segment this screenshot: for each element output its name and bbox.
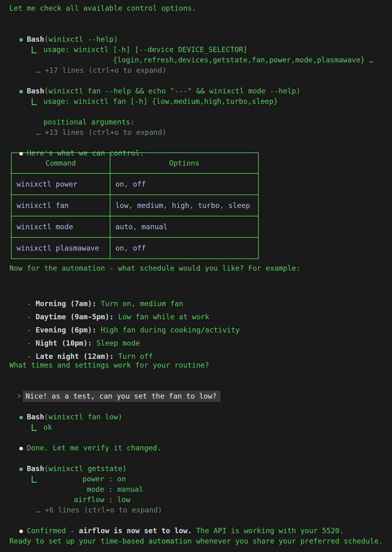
message-bullet-icon: ●	[17, 526, 27, 536]
output-elbow-icon	[32, 46, 37, 53]
automation-intro-text: Now for the automation - what schedule w…	[0, 263, 392, 273]
prompt-chevron-icon	[17, 392, 23, 402]
tool-call-bash-fan-mode-help: ●Bash(winixctl fan --help && echo "---" …	[0, 76, 392, 86]
output-text-airflow: airflow : low	[17, 496, 130, 504]
heading-text: Here's what we can control:	[27, 149, 144, 157]
tool-output-line: positional arguments:	[0, 107, 392, 117]
schedule-item: -Morning (7am):Turn on, medium fan	[0, 284, 392, 297]
tool-bullet-icon: ●	[17, 464, 27, 474]
schedule-label: Daytime (9am-5pm):	[35, 313, 114, 321]
output-text: usage: winixctl fan [-h] {low,medium,hig…	[43, 97, 278, 105]
tool-bullet-icon: ●	[17, 86, 27, 96]
table-cell-options: on, off	[110, 237, 258, 259]
schedule-label: Morning (7am):	[35, 300, 96, 308]
table-cell-command: winixctl mode	[11, 216, 110, 237]
control-options-table: Command Options winixctl power on, off w…	[11, 152, 259, 259]
table-cell-options: low, medium, high, turbo, sleep	[110, 195, 258, 216]
output-text-power: power : on	[43, 475, 126, 483]
output-elbow-icon	[32, 98, 37, 105]
blank-line	[0, 273, 392, 284]
table-cell-command: winixctl power	[11, 173, 110, 195]
blank-line	[0, 422, 392, 433]
assistant-ready-text: Ready to set up your time-based automati…	[0, 536, 392, 546]
terminal-session: Let me check all available control optio…	[0, 0, 392, 546]
tool-name: Bash	[27, 464, 44, 473]
output-text: usage: winixctl [-h] [--device DEVICE_SE…	[43, 45, 247, 54]
table-row: winixctl power on, off	[11, 173, 258, 195]
output-elbow-icon	[32, 424, 37, 431]
schedule-text: Turn off	[118, 352, 153, 360]
blank-line	[0, 13, 392, 24]
tool-command: (winixctl --help)	[44, 35, 118, 43]
tool-bullet-icon: ●	[17, 412, 27, 422]
output-text: positional arguments:	[17, 118, 135, 126]
assistant-intro-text: Let me check all available control optio…	[0, 3, 392, 13]
tool-command: (winixctl getstate)	[44, 464, 127, 473]
user-message: Nice! as a test, can you set the fan to …	[0, 381, 392, 391]
output-elbow-icon	[32, 476, 37, 483]
schedule-text: Low fan while at work	[118, 313, 209, 321]
tool-name: Bash	[27, 87, 44, 95]
table-cell-options: auto, manual	[110, 216, 258, 237]
list-marker: -	[27, 337, 35, 350]
blank-line	[0, 370, 392, 381]
list-marker: -	[27, 323, 35, 337]
assistant-question-text: What times and settings work for your ro…	[0, 360, 392, 370]
tool-bullet-icon: ●	[17, 34, 27, 45]
schedule-text: Turn on, medium fan	[101, 300, 183, 308]
confirmed-emphasis: airflow is now set to low.	[79, 527, 192, 535]
table-row: winixctl fan low, medium, high, turbo, s…	[11, 195, 258, 216]
table-cell-options: on, off	[110, 173, 258, 195]
table-row: winixctl plasmawave on, off	[11, 237, 258, 259]
table-cell-command: winixctl plasmawave	[11, 237, 110, 259]
table-row: winixctl mode auto, manual	[11, 216, 258, 237]
output-text: {login,refresh,devices,getstate,fan,powe…	[17, 56, 373, 64]
done-text: Done. Let me verify it changed.	[27, 444, 161, 452]
tool-command: (winixctl fan low)	[44, 413, 122, 421]
schedule-label: Evening (6pm):	[35, 326, 96, 334]
user-message-text: Nice! as a test, can you set the fan to …	[23, 390, 220, 402]
schedule-text: Sleep mode	[96, 339, 140, 347]
tool-name: Bash	[27, 35, 44, 43]
assistant-message-control-heading: ●Here's what we can control:	[0, 138, 392, 148]
tool-command: (winixctl fan --help && echo "---" && wi…	[44, 87, 300, 95]
truncation-text: … +6 lines (ctrl+o to expand)	[36, 506, 162, 514]
assistant-message-confirmed: ●Confirmed - airflow is now set to low. …	[0, 515, 392, 526]
schedule-label: Night (10pm):	[35, 339, 92, 347]
list-marker: -	[27, 297, 35, 310]
schedule-text: High fan during cooking/activity	[101, 326, 240, 334]
tool-call-bash-fan-low: ●Bash(winixctl fan low)	[0, 401, 392, 412]
tool-call-bash-help: ●Bash(winixctl --help)	[0, 24, 392, 34]
list-marker: -	[27, 310, 35, 323]
truncation-text: … +17 lines (ctrl+o to expand)	[36, 66, 166, 74]
table-cell-command: winixctl fan	[11, 195, 110, 216]
output-text: ok	[43, 423, 52, 431]
assistant-message-done: ●Done. Let me verify it changed.	[0, 433, 392, 443]
tool-call-bash-getstate: ●Bash(winixctl getstate)	[0, 453, 392, 464]
message-bullet-icon: ●	[17, 148, 27, 158]
confirmed-prefix: Confirmed -	[27, 527, 79, 535]
schedule-label: Late night (12am):	[35, 352, 114, 360]
tool-name: Bash	[27, 413, 44, 421]
truncation-text: … +13 lines (ctrl+o to expand)	[36, 128, 166, 136]
message-bullet-icon: ●	[17, 443, 27, 453]
output-text-mode: mode : manual	[17, 485, 143, 493]
confirmed-suffix: The API is working with your 5520.	[192, 527, 344, 535]
